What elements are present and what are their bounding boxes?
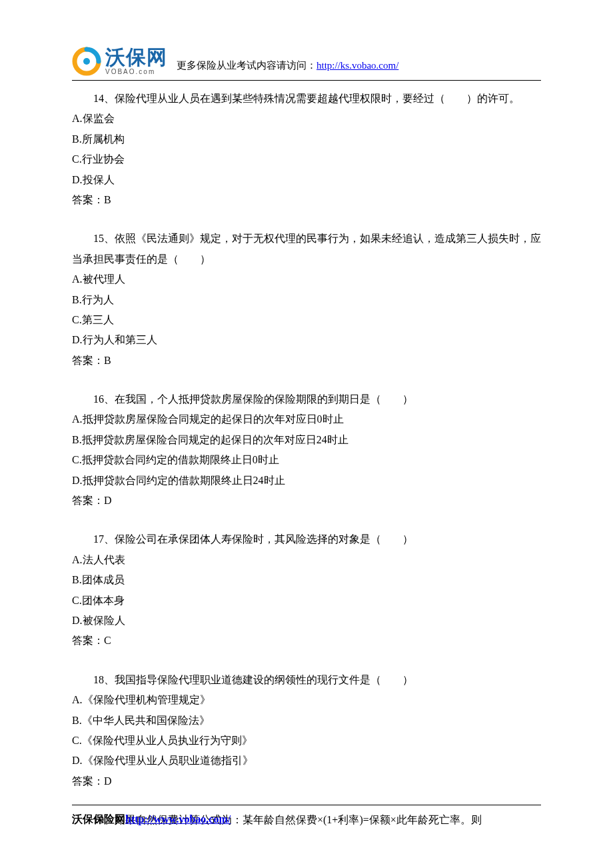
footer-text: 沃保保险网 — [72, 813, 125, 825]
question-answer: 答案：D — [72, 491, 541, 511]
question-option: B.行为人 — [72, 290, 541, 310]
question-text: 14、保险代理从业人员在遇到某些特殊情况需要超越代理权限时，要经过（ ）的许可。 — [72, 89, 541, 109]
page-header: 沃保网 VOBAO.com 更多保险从业考试内容请访问：http://ks.vo… — [72, 47, 541, 81]
header-note: 更多保险从业考试内容请访问：http://ks.vobao.com/ — [177, 56, 398, 77]
question-option: C.《保险代理从业人员执业行为守则》 — [72, 731, 541, 751]
page-footer: 沃保保险网http://www.vobao.com/ — [72, 805, 541, 829]
question-block: 14、保险代理从业人员在遇到某些特殊情况需要超越代理权限时，要经过（ ）的许可。… — [72, 89, 541, 210]
header-link[interactable]: http://ks.vobao.com/ — [316, 60, 398, 71]
question-answer: 答案：B — [72, 190, 541, 210]
question-answer: 答案：D — [72, 771, 541, 791]
question-block: 18、我国指导保险代理职业道德建设的纲领性的现行文件是（ ）A.《保险代理机构管… — [72, 670, 541, 791]
question-option: B.抵押贷款房屋保险合同规定的起保日的次年对应日24时止 — [72, 430, 541, 450]
question-answer: 答案：B — [72, 351, 541, 371]
question-option: D.行为人和第三人 — [72, 330, 541, 350]
question-text: 15、依照《民法通则》规定，对于无权代理的民事行为，如果未经追认，造成第三人损失… — [72, 229, 541, 269]
question-block: 17、保险公司在承保团体人寿保险时，其风险选择的对象是（ ）A.法人代表B.团体… — [72, 529, 541, 651]
question-text: 17、保险公司在承保团体人寿保险时，其风险选择的对象是（ ） — [72, 529, 541, 549]
question-option: A.法人代表 — [72, 550, 541, 570]
question-block: 15、依照《民法通则》规定，对于无权代理的民事行为，如果未经追认，造成第三人损失… — [72, 229, 541, 371]
question-option: B.所属机构 — [72, 129, 541, 149]
question-option: B.《中华人民共和国保险法》 — [72, 711, 541, 731]
question-option: A.抵押贷款房屋保险合同规定的起保日的次年对应日0时止 — [72, 409, 541, 429]
question-option: A.保监会 — [72, 109, 541, 129]
question-option: C.行业协会 — [72, 149, 541, 169]
footer-link[interactable]: http://www.vobao.com/ — [125, 813, 231, 825]
question-answer: 答案：C — [72, 631, 541, 651]
question-option: D.《保险代理从业人员职业道德指引》 — [72, 751, 541, 771]
header-note-text: 更多保险从业考试内容请访问： — [177, 60, 316, 71]
logo-icon — [72, 47, 101, 76]
question-option: C.团体本身 — [72, 591, 541, 611]
logo-text-zh: 沃保网 — [105, 47, 167, 67]
question-text: 16、在我国，个人抵押贷款房屋保险的保险期限的到期日是（ ） — [72, 389, 541, 409]
logo: 沃保网 VOBAO.com — [72, 47, 167, 76]
question-text: 18、我国指导保险代理职业道德建设的纲领性的现行文件是（ ） — [72, 670, 541, 690]
svg-point-0 — [83, 58, 90, 65]
question-option: C.第三人 — [72, 310, 541, 330]
question-option: D.投保人 — [72, 170, 541, 190]
question-option: D.抵押贷款合同约定的借款期限终止日24时止 — [72, 471, 541, 491]
question-option: D.被保险人 — [72, 611, 541, 631]
question-option: A.被代理人 — [72, 269, 541, 289]
question-option: A.《保险代理机构管理规定》 — [72, 690, 541, 710]
question-option: C.抵押贷款合同约定的借款期限终止日0时止 — [72, 450, 541, 470]
logo-text-domain: VOBAO.com — [105, 69, 167, 75]
question-option: B.团体成员 — [72, 570, 541, 590]
question-block: 16、在我国，个人抵押贷款房屋保险的保险期限的到期日是（ ）A.抵押贷款房屋保险… — [72, 389, 541, 511]
content: 14、保险代理从业人员在遇到某些特殊情况需要超越代理权限时，要经过（ ）的许可。… — [72, 87, 541, 831]
